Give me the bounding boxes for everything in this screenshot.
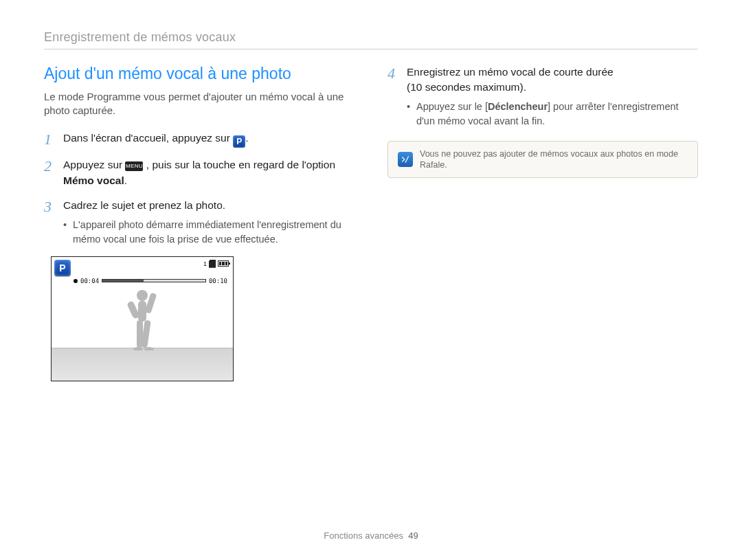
total-time: 00:10 xyxy=(209,278,227,284)
elapsed-time: 00:04 xyxy=(80,278,99,284)
footer-section: Fonctions avancées xyxy=(324,530,403,541)
step-text: Appuyez sur xyxy=(63,159,125,170)
note-text: Vous ne pouvez pas ajouter de mémos voca… xyxy=(420,148,688,171)
step-text: (10 secondes maximum). xyxy=(407,81,526,93)
step-text: Cadrez le sujet et prenez la photo. xyxy=(63,199,225,211)
camera-preview: P 1 00:04 00:10 xyxy=(51,256,234,381)
breadcrumb: Enregistrement de mémos vocaux xyxy=(44,30,698,45)
step-number: 4 xyxy=(387,65,398,128)
step-sub-bold: Déclencheur xyxy=(488,101,548,112)
step-text: Dans l'écran d'accueil, appuyez sur xyxy=(63,132,233,144)
person-silhouette-icon xyxy=(123,289,161,350)
program-mode-letter: P xyxy=(236,136,242,148)
page-footer: Fonctions avancées 49 xyxy=(0,530,742,541)
step-number: 1 xyxy=(44,131,55,148)
note-icon xyxy=(398,152,413,167)
sd-card-icon xyxy=(209,260,216,268)
svg-point-0 xyxy=(137,290,148,301)
step-text-bold: Mémo vocal xyxy=(63,175,124,186)
section-intro: Le mode Programme vous permet d'ajouter … xyxy=(44,90,355,118)
step-text: Enregistrez un mémo vocal de courte duré… xyxy=(407,66,614,78)
columns: Ajout d'un mémo vocal à une photo Le mod… xyxy=(44,65,698,381)
step-3: 3 Cadrez le sujet et prenez la photo. L'… xyxy=(44,198,355,247)
page-number: 49 xyxy=(408,530,418,541)
note-box: Vous ne pouvez pas ajouter de mémos voca… xyxy=(387,141,698,179)
program-mode-icon: P xyxy=(54,260,71,276)
step-number: 2 xyxy=(44,157,55,188)
step-text: , puis sur la touche en regard de l'opti… xyxy=(146,159,335,170)
progress-track xyxy=(102,279,206,282)
svg-point-6 xyxy=(133,347,143,350)
svg-rect-1 xyxy=(138,301,146,322)
recording-bar: 00:04 00:10 xyxy=(74,278,227,284)
battery-icon xyxy=(218,260,229,267)
status-icons: 1 xyxy=(203,260,229,268)
shot-count: 1 xyxy=(203,260,207,267)
manual-page: Enregistrement de mémos vocaux Ajout d'u… xyxy=(0,0,742,560)
left-column: Ajout d'un mémo vocal à une photo Le mod… xyxy=(44,65,355,381)
record-dot-icon xyxy=(74,279,78,283)
section-title: Ajout d'un mémo vocal à une photo xyxy=(44,65,355,83)
step-body: Cadrez le sujet et prenez la photo. L'ap… xyxy=(63,198,355,247)
step-body: Enregistrez un mémo vocal de courte duré… xyxy=(407,65,698,128)
menu-icon: MENU xyxy=(125,161,143,171)
program-mode-icon: P xyxy=(233,135,245,148)
step-body: Dans l'écran d'accueil, appuyez sur P . xyxy=(63,131,355,148)
step-2: 2 Appuyez sur MENU , puis sur la touche … xyxy=(44,157,355,188)
step-1: 1 Dans l'écran d'accueil, appuyez sur P … xyxy=(44,131,355,148)
step-sub: L'appareil photo démarre immédiatement l… xyxy=(63,218,355,247)
step-sub-text: Appuyez sur le [ xyxy=(416,101,488,112)
step-text: . xyxy=(245,132,248,144)
divider xyxy=(44,49,698,49)
progress-fill xyxy=(102,280,144,282)
step-4: 4 Enregistrez un mémo vocal de courte du… xyxy=(387,65,698,128)
step-body: Appuyez sur MENU , puis sur la touche en… xyxy=(63,157,355,188)
right-column: 4 Enregistrez un mémo vocal de courte du… xyxy=(387,65,698,381)
step-sub: Appuyez sur le [Déclencheur] pour arrête… xyxy=(407,100,698,128)
step-text: . xyxy=(124,175,127,186)
step-number: 3 xyxy=(44,198,55,247)
